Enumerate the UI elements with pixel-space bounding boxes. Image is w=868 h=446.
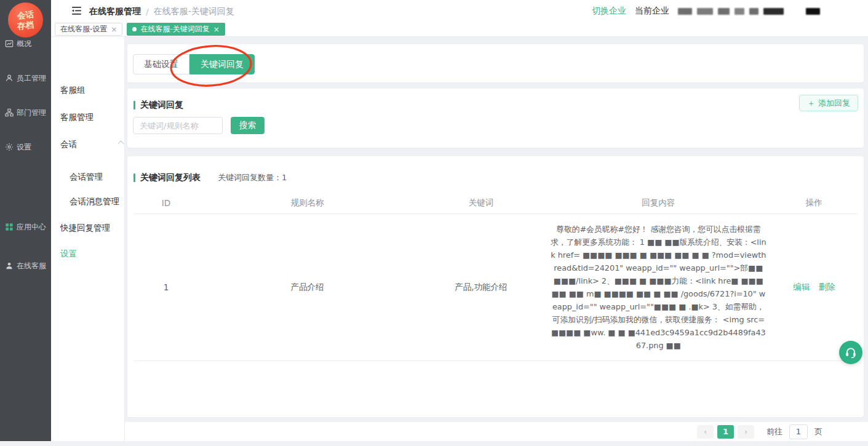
app-logo[interactable]: 会话 存档 xyxy=(8,2,43,38)
section-marker xyxy=(133,173,135,182)
section-title-reply-list: 关键词回复列表 关键词回复数量：1 xyxy=(133,172,287,183)
chart-icon xyxy=(5,39,14,48)
submenu-item-session-message[interactable]: 会话消息管理 xyxy=(70,196,119,207)
breadcrumb: 在线客服管理 / 在线客服-关键词回复 xyxy=(89,6,234,17)
delete-link[interactable]: 删除 xyxy=(819,282,835,292)
submenu-item-settings[interactable]: 设置 xyxy=(60,249,77,260)
col-header-reply: 回复内容 xyxy=(546,195,771,211)
sidebar-item-label: 在线客服 xyxy=(17,261,46,271)
tab-label: 在线客服-关键词回复 xyxy=(140,24,209,34)
sidebar-item-department[interactable]: 部门管理 xyxy=(0,106,51,119)
cell-reply: 尊敬的#会员昵称#您好！ 感谢您咨询，您可以点击根据需求，了解更多系统功能： 1… xyxy=(546,214,771,360)
basic-settings-button[interactable]: 基础设置 xyxy=(133,54,189,74)
switch-company-link[interactable]: 切换企业 xyxy=(592,6,626,17)
sidebar-item-label: 设置 xyxy=(17,142,31,153)
col-header-ops: 操作 xyxy=(771,195,858,211)
submenu-item-service-group[interactable]: 客服组 xyxy=(60,85,86,96)
top-header: 在线客服管理 / 在线客服-关键词回复 切换企业 当前企业 xyxy=(51,0,868,22)
keyword-reply-search-panel: 关键词回复 搜索 ＋ 添加回复 xyxy=(127,89,864,148)
add-reply-label: 添加回复 xyxy=(818,98,850,109)
header-right: 切换企业 当前企业 xyxy=(592,0,857,22)
tab-label: 在线客服-设置 xyxy=(60,24,107,34)
close-icon[interactable]: × xyxy=(111,26,117,33)
sidebar-item-settings[interactable]: 设置 xyxy=(0,141,51,153)
sidebar-item-staff[interactable]: 员工管理 xyxy=(0,72,51,84)
add-reply-button[interactable]: ＋ 添加回复 xyxy=(799,95,858,111)
submenu-item-session[interactable]: 会话 xyxy=(60,139,77,150)
gear-icon xyxy=(5,143,14,151)
staff-icon xyxy=(5,74,14,82)
tab-keyword-reply[interactable]: 在线客服-关键词回复 × xyxy=(127,23,225,36)
search-row: 搜索 xyxy=(133,117,265,134)
logo-text-bottom: 存档 xyxy=(17,19,34,31)
edit-link[interactable]: 编辑 xyxy=(793,282,810,292)
sidebar-item-label: 应用中心 xyxy=(17,222,46,233)
submenu-item-service-manage[interactable]: 客服管理 xyxy=(60,112,94,123)
sidebar-item-label: 部门管理 xyxy=(17,108,46,118)
apps-grid-icon xyxy=(5,223,14,231)
table-row: 1 产品介绍 产品,功能介绍 尊敬的#会员昵称#您好！ 感谢您咨询，您可以点击根… xyxy=(133,214,858,361)
section-marker xyxy=(133,101,135,110)
keyword-reply-button[interactable]: 关键词回复 xyxy=(189,54,255,74)
submenu-item-quick-reply[interactable]: 快捷回复管理 xyxy=(60,223,110,234)
secondary-sidebar: 客服组 客服管理 会话 会话管理 会话消息管理 快捷回复管理 设置 xyxy=(51,37,125,441)
goto-page-input[interactable] xyxy=(789,424,808,439)
department-icon xyxy=(5,108,14,117)
sidebar-item-app-center[interactable]: 应用中心 xyxy=(0,221,51,233)
page-number-button[interactable]: 1 xyxy=(717,425,734,439)
keyword-reply-list-panel: 关键词回复列表 关键词回复数量：1 ID 规则名称 关键词 回复内容 操作 1 … xyxy=(127,156,864,417)
sidebar-item-label: 员工管理 xyxy=(17,73,46,84)
breadcrumb-separator: / xyxy=(146,7,149,17)
submenu-item-session-manage[interactable]: 会话管理 xyxy=(70,172,103,183)
cell-rule: 产品介绍 xyxy=(199,279,416,295)
goto-unit-label: 页 xyxy=(814,426,822,437)
section-title-text: 关键词回复列表 xyxy=(140,172,201,183)
col-header-rule: 规则名称 xyxy=(199,195,416,211)
col-header-keyword: 关键词 xyxy=(416,195,546,211)
cell-id: 1 xyxy=(133,280,199,295)
agent-icon xyxy=(5,261,14,270)
chevron-up-icon xyxy=(118,141,124,147)
reply-count-label: 关键词回复数量： xyxy=(218,173,282,182)
settings-tabs-panel: 基础设置 关键词回复 xyxy=(127,44,864,82)
next-page-button[interactable]: › xyxy=(738,425,754,439)
headset-icon xyxy=(844,346,858,359)
section-title-text: 关键词回复 xyxy=(140,100,183,111)
sidebar-item-label: 概况 xyxy=(17,39,31,49)
tab-online-service-settings[interactable]: 在线客服-设置 × xyxy=(55,23,122,36)
reply-count-value: 1 xyxy=(282,173,287,182)
redacted-company-name xyxy=(678,8,820,15)
collapse-menu-icon[interactable] xyxy=(71,6,82,15)
sidebar-item-overview[interactable]: 概况 xyxy=(0,38,51,50)
search-button[interactable]: 搜索 xyxy=(231,117,265,134)
plus-icon: ＋ xyxy=(807,98,815,109)
primary-sidebar: 会话 存档 概况 员工管理 部门管理 设置 应用中心 xyxy=(0,0,51,441)
close-icon[interactable]: × xyxy=(213,26,220,33)
breadcrumb-root[interactable]: 在线客服管理 xyxy=(89,6,141,17)
cell-operations: 编辑 删除 xyxy=(771,279,858,295)
submenu-item-label: 会话 xyxy=(60,139,77,149)
reply-count: 关键词回复数量：1 xyxy=(218,172,287,183)
pagination-bar: ‹ 1 › 前往 页 xyxy=(125,422,868,441)
customer-service-float-button[interactable] xyxy=(839,341,862,364)
col-header-id: ID xyxy=(133,196,199,210)
sidebar-item-online-service[interactable]: 在线客服 xyxy=(0,260,51,272)
goto-label: 前往 xyxy=(766,426,782,437)
table-header-row: ID 规则名称 关键词 回复内容 操作 xyxy=(133,192,858,214)
prev-page-button[interactable]: ‹ xyxy=(697,425,714,439)
cell-keyword: 产品,功能介绍 xyxy=(416,279,546,295)
breadcrumb-current: 在线客服-关键词回复 xyxy=(154,6,234,17)
active-tab-dot xyxy=(132,27,137,31)
open-tabs-bar: 在线客服-设置 × 在线客服-关键词回复 × xyxy=(51,22,868,37)
keyword-reply-table: ID 规则名称 关键词 回复内容 操作 1 产品介绍 产品,功能介绍 尊敬的#会… xyxy=(133,192,858,361)
keyword-search-input[interactable] xyxy=(133,117,223,134)
current-company-label: 当前企业 xyxy=(635,6,669,17)
section-title-keyword-reply: 关键词回复 xyxy=(133,100,183,111)
reply-content-text: 尊敬的#会员昵称#您好！ 感谢您咨询，您可以点击根据需求，了解更多系统功能： 1… xyxy=(550,223,767,352)
settings-tab-group: 基础设置 关键词回复 xyxy=(133,54,255,74)
